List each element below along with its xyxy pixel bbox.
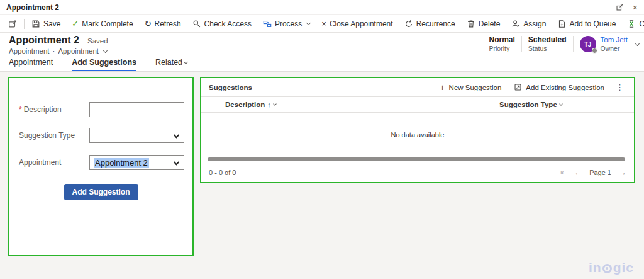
check-access-button[interactable]: Check Access: [187, 15, 257, 32]
recurrence-icon: [404, 20, 413, 28]
process-flow-icon: [263, 20, 272, 28]
pop-out-icon[interactable]: [616, 3, 624, 11]
add-existing-icon: [514, 83, 522, 91]
status-label: Status: [528, 45, 567, 53]
save-state: - Saved: [83, 37, 108, 45]
add-suggestion-button[interactable]: Add Suggestion: [64, 184, 138, 200]
first-page-icon[interactable]: ⇤: [560, 169, 567, 176]
horizontal-scrollbar[interactable]: [208, 157, 625, 161]
plus-icon: +: [440, 83, 445, 92]
owner-label: Owner: [601, 45, 628, 53]
tab-related[interactable]: Related: [155, 55, 187, 71]
assign-person-icon: [511, 20, 520, 28]
grid-header: Suggestions + New Suggestion Add Existin…: [201, 78, 634, 97]
tab-add-suggestions[interactable]: Add Suggestions: [72, 55, 136, 71]
status-field: Scheduled Status: [528, 35, 567, 53]
save-icon: [31, 20, 40, 28]
grid-column-headers: Description ↑ Suggestion Type: [201, 97, 634, 113]
owner-field[interactable]: TJ Tom Jett Owner: [580, 35, 628, 53]
chevron-down-icon: [273, 102, 277, 106]
chevron-down-icon: [184, 59, 188, 64]
recurrence-button[interactable]: Recurrence: [399, 15, 461, 32]
grid-footer: 0 - 0 of 0 ⇤ ← Page 1 →: [209, 167, 626, 178]
next-page-icon[interactable]: →: [619, 169, 626, 176]
record-header: Appointment 2 - Saved Appointment · Appo…: [0, 33, 644, 55]
command-separator: [24, 19, 25, 29]
refresh-button[interactable]: ↻ Refresh: [139, 15, 187, 32]
owner-value[interactable]: Tom Jett: [601, 35, 628, 45]
mark-complete-button[interactable]: ✓ Mark Complete: [66, 15, 138, 32]
form-content: * Description Suggestion Type Appointmen…: [0, 72, 644, 279]
convert-to-button[interactable]: Convert To: [621, 15, 644, 32]
appointment-select[interactable]: Appointment 2: [89, 155, 184, 170]
record-header-left: Appointment 2 - Saved Appointment · Appo…: [9, 35, 108, 55]
record-count: 0 - 0 of 0: [209, 169, 236, 176]
grid-actions: + New Suggestion Add Existing Suggestion…: [435, 79, 628, 96]
delete-button[interactable]: Delete: [461, 15, 506, 32]
trash-icon: [467, 20, 475, 28]
assign-button[interactable]: Assign: [506, 15, 552, 32]
add-to-queue-button[interactable]: Add to Queue: [552, 15, 621, 32]
grid-pager: ⇤ ← Page 1 →: [560, 169, 626, 176]
avatar-presence-badge: [592, 48, 597, 54]
record-title: Appointment 2: [9, 35, 79, 46]
chevron-down-icon: [174, 132, 180, 139]
description-input[interactable]: [89, 102, 184, 117]
open-in-window-icon: [8, 20, 17, 28]
record-header-right: Normal Priority Scheduled Status TJ Tom …: [489, 35, 640, 53]
command-bar: Save ✓ Mark Complete ↻ Refresh Check Acc…: [0, 15, 644, 33]
suggestion-type-label: Suggestion Type: [19, 131, 89, 140]
add-existing-suggestion-button[interactable]: Add Existing Suggestion: [509, 79, 609, 96]
column-header-suggestion-type[interactable]: Suggestion Type: [499, 101, 562, 108]
appointment-selected-value: Appointment 2: [94, 158, 149, 168]
window-title: Appointment 2: [6, 3, 59, 12]
appointment-label: Appointment: [19, 158, 89, 167]
priority-label: Priority: [489, 45, 515, 53]
close-appointment-button[interactable]: × Close Appointment: [316, 15, 398, 32]
open-form-window-button[interactable]: [3, 15, 23, 32]
priority-field: Normal Priority: [489, 35, 515, 53]
grid-overflow-button[interactable]: ⋮: [612, 83, 628, 92]
sort-ascending-icon: ↑: [267, 101, 271, 108]
required-marker: *: [19, 105, 22, 114]
process-button[interactable]: Process: [257, 15, 316, 32]
entity-name: Appointment: [9, 47, 50, 55]
new-suggestion-button[interactable]: + New Suggestion: [435, 79, 506, 96]
check-icon: ✓: [72, 20, 79, 28]
window-controls: ×: [616, 3, 638, 12]
add-suggestion-form-panel: * Description Suggestion Type Appointmen…: [8, 77, 194, 256]
page-label: Page 1: [589, 169, 611, 176]
chevron-down-icon: [559, 102, 563, 106]
previous-page-icon[interactable]: ←: [574, 169, 582, 176]
status-value: Scheduled: [528, 35, 567, 45]
header-separator: [521, 36, 522, 52]
close-icon[interactable]: ×: [633, 3, 638, 12]
priority-value: Normal: [489, 35, 515, 45]
magnifier-key-icon: [192, 20, 201, 28]
grid-title: Suggestions: [209, 84, 252, 91]
header-expand-chevron-icon[interactable]: [635, 42, 640, 46]
suggestion-type-select[interactable]: [89, 128, 184, 143]
tab-appointment[interactable]: Appointment: [9, 55, 53, 71]
hourglass-icon: [627, 20, 636, 28]
chevron-down-icon: [174, 159, 180, 166]
suggestions-grid-panel: Suggestions + New Suggestion Add Existin…: [200, 77, 635, 183]
avatar: TJ: [580, 36, 596, 52]
grid-empty-message: No data available: [201, 113, 634, 157]
add-to-queue-icon: [557, 20, 566, 28]
refresh-icon: ↻: [145, 20, 152, 28]
header-separator: [573, 36, 574, 52]
save-button[interactable]: Save: [26, 15, 66, 32]
close-x-icon: ×: [321, 20, 326, 28]
inogic-watermark-logo: in gic: [589, 260, 634, 275]
form-selector[interactable]: Appointment: [58, 47, 99, 55]
chevron-down-icon: [306, 21, 311, 25]
watermark-o-glyph: [602, 264, 612, 273]
chevron-down-icon[interactable]: [103, 48, 108, 52]
description-label: * Description: [19, 105, 89, 114]
form-tab-bar: Appointment Add Suggestions Related: [0, 55, 644, 72]
window-title-bar: Appointment 2 ×: [0, 0, 644, 15]
breadcrumb-dot: ·: [53, 47, 55, 55]
column-header-description[interactable]: Description ↑: [225, 101, 276, 108]
